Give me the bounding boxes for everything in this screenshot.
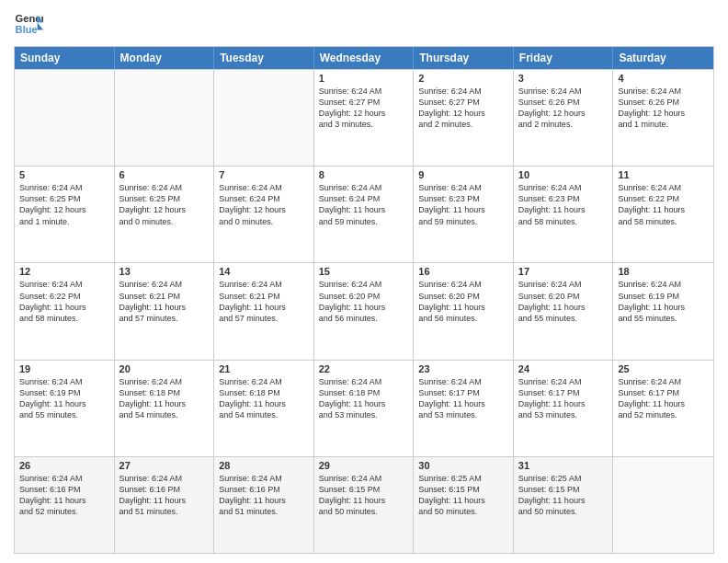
day-number: 8 (319, 169, 409, 180)
logo-icon: General Blue (14, 9, 43, 39)
cell-info: Sunrise: 6:24 AM Sunset: 6:16 PM Dayligh… (119, 473, 210, 518)
cal-cell: 17Sunrise: 6:24 AM Sunset: 6:20 PM Dayli… (514, 263, 614, 359)
cell-info: Sunrise: 6:24 AM Sunset: 6:26 PM Dayligh… (518, 86, 609, 131)
cell-info: Sunrise: 6:24 AM Sunset: 6:26 PM Dayligh… (618, 86, 709, 131)
cell-info: Sunrise: 6:24 AM Sunset: 6:18 PM Dayligh… (119, 376, 210, 421)
cal-cell: 11Sunrise: 6:24 AM Sunset: 6:22 PM Dayli… (613, 167, 713, 262)
cell-info: Sunrise: 6:24 AM Sunset: 6:21 PM Dayligh… (119, 279, 210, 324)
day-number: 1 (319, 73, 409, 84)
week-row-1: 1Sunrise: 6:24 AM Sunset: 6:27 PM Daylig… (15, 69, 713, 166)
cal-cell: 12Sunrise: 6:24 AM Sunset: 6:22 PM Dayli… (15, 263, 115, 359)
cal-cell (115, 70, 215, 166)
cal-cell (214, 70, 314, 166)
day-number: 24 (518, 363, 609, 374)
cal-cell: 9Sunrise: 6:24 AM Sunset: 6:23 PM Daylig… (414, 167, 514, 262)
cal-cell: 20Sunrise: 6:24 AM Sunset: 6:18 PM Dayli… (115, 361, 215, 456)
cell-info: Sunrise: 6:24 AM Sunset: 6:20 PM Dayligh… (418, 279, 508, 324)
cell-info: Sunrise: 6:24 AM Sunset: 6:16 PM Dayligh… (19, 473, 109, 518)
cell-info: Sunrise: 6:24 AM Sunset: 6:21 PM Dayligh… (219, 279, 309, 324)
cal-cell: 1Sunrise: 6:24 AM Sunset: 6:27 PM Daylig… (314, 70, 415, 166)
day-number: 18 (618, 266, 709, 277)
cell-info: Sunrise: 6:24 AM Sunset: 6:20 PM Dayligh… (518, 279, 609, 324)
cell-info: Sunrise: 6:24 AM Sunset: 6:27 PM Dayligh… (319, 86, 409, 131)
cal-cell: 28Sunrise: 6:24 AM Sunset: 6:16 PM Dayli… (214, 457, 314, 553)
cal-cell: 2Sunrise: 6:24 AM Sunset: 6:27 PM Daylig… (414, 70, 514, 166)
day-number: 6 (119, 169, 210, 180)
cell-info: Sunrise: 6:24 AM Sunset: 6:25 PM Dayligh… (119, 182, 210, 227)
cell-info: Sunrise: 6:25 AM Sunset: 6:15 PM Dayligh… (418, 473, 508, 518)
day-number: 2 (418, 73, 508, 84)
week-row-2: 5Sunrise: 6:24 AM Sunset: 6:25 PM Daylig… (15, 166, 713, 262)
cal-cell: 6Sunrise: 6:24 AM Sunset: 6:25 PM Daylig… (115, 167, 215, 262)
cal-cell: 10Sunrise: 6:24 AM Sunset: 6:23 PM Dayli… (514, 167, 614, 262)
day-number: 27 (119, 460, 210, 471)
cal-cell: 27Sunrise: 6:24 AM Sunset: 6:16 PM Dayli… (115, 457, 215, 553)
cell-info: Sunrise: 6:24 AM Sunset: 6:24 PM Dayligh… (219, 182, 309, 227)
cal-cell: 25Sunrise: 6:24 AM Sunset: 6:17 PM Dayli… (613, 361, 713, 456)
day-number: 30 (418, 460, 508, 471)
day-number: 3 (518, 73, 609, 84)
cell-info: Sunrise: 6:24 AM Sunset: 6:17 PM Dayligh… (518, 376, 609, 421)
cal-cell: 7Sunrise: 6:24 AM Sunset: 6:24 PM Daylig… (214, 167, 314, 262)
cal-cell: 4Sunrise: 6:24 AM Sunset: 6:26 PM Daylig… (613, 70, 713, 166)
cal-cell: 3Sunrise: 6:24 AM Sunset: 6:26 PM Daylig… (514, 70, 614, 166)
day-number: 29 (319, 460, 409, 471)
week-row-3: 12Sunrise: 6:24 AM Sunset: 6:22 PM Dayli… (15, 262, 713, 359)
cell-info: Sunrise: 6:24 AM Sunset: 6:17 PM Dayligh… (418, 376, 508, 421)
day-number: 23 (418, 363, 508, 374)
cell-info: Sunrise: 6:24 AM Sunset: 6:16 PM Dayligh… (219, 473, 309, 518)
day-number: 15 (319, 266, 409, 277)
week-row-4: 19Sunrise: 6:24 AM Sunset: 6:19 PM Dayli… (15, 360, 713, 456)
cell-info: Sunrise: 6:24 AM Sunset: 6:25 PM Dayligh… (19, 182, 109, 227)
cal-cell: 15Sunrise: 6:24 AM Sunset: 6:20 PM Dayli… (314, 263, 415, 359)
day-number: 10 (518, 169, 609, 180)
day-number: 14 (219, 266, 309, 277)
header-day-thursday: Thursday (414, 47, 514, 69)
day-number: 9 (418, 169, 508, 180)
cell-info: Sunrise: 6:24 AM Sunset: 6:24 PM Dayligh… (319, 182, 409, 227)
day-number: 31 (518, 460, 609, 471)
day-number: 25 (618, 363, 709, 374)
cell-info: Sunrise: 6:24 AM Sunset: 6:23 PM Dayligh… (418, 182, 508, 227)
cell-info: Sunrise: 6:24 AM Sunset: 6:19 PM Dayligh… (618, 279, 709, 324)
header-day-saturday: Saturday (613, 47, 713, 69)
header: General Blue (14, 9, 714, 39)
header-day-tuesday: Tuesday (214, 47, 314, 69)
calendar-header: SundayMondayTuesdayWednesdayThursdayFrid… (15, 47, 713, 69)
cal-cell: 26Sunrise: 6:24 AM Sunset: 6:16 PM Dayli… (15, 457, 115, 553)
week-row-5: 26Sunrise: 6:24 AM Sunset: 6:16 PM Dayli… (15, 456, 713, 553)
day-number: 28 (219, 460, 309, 471)
page: General Blue SundayMondayTuesdayWednesda… (0, 0, 728, 563)
day-number: 21 (219, 363, 309, 374)
cell-info: Sunrise: 6:24 AM Sunset: 6:19 PM Dayligh… (19, 376, 109, 421)
cal-cell: 13Sunrise: 6:24 AM Sunset: 6:21 PM Dayli… (115, 263, 215, 359)
cell-info: Sunrise: 6:24 AM Sunset: 6:20 PM Dayligh… (319, 279, 409, 324)
day-number: 22 (319, 363, 409, 374)
cell-info: Sunrise: 6:24 AM Sunset: 6:18 PM Dayligh… (219, 376, 309, 421)
cal-cell: 22Sunrise: 6:24 AM Sunset: 6:18 PM Dayli… (314, 361, 415, 456)
cell-info: Sunrise: 6:24 AM Sunset: 6:22 PM Dayligh… (618, 182, 709, 227)
cell-info: Sunrise: 6:24 AM Sunset: 6:22 PM Dayligh… (19, 279, 109, 324)
cal-cell: 18Sunrise: 6:24 AM Sunset: 6:19 PM Dayli… (613, 263, 713, 359)
cal-cell: 24Sunrise: 6:24 AM Sunset: 6:17 PM Dayli… (514, 361, 614, 456)
header-day-friday: Friday (514, 47, 614, 69)
day-number: 11 (618, 169, 709, 180)
cal-cell: 29Sunrise: 6:24 AM Sunset: 6:15 PM Dayli… (314, 457, 415, 553)
cal-cell (15, 70, 115, 166)
cal-cell: 5Sunrise: 6:24 AM Sunset: 6:25 PM Daylig… (15, 167, 115, 262)
cell-info: Sunrise: 6:25 AM Sunset: 6:15 PM Dayligh… (518, 473, 609, 518)
day-number: 17 (518, 266, 609, 277)
header-day-monday: Monday (115, 47, 215, 69)
cell-info: Sunrise: 6:24 AM Sunset: 6:23 PM Dayligh… (518, 182, 609, 227)
day-number: 7 (219, 169, 309, 180)
cell-info: Sunrise: 6:24 AM Sunset: 6:27 PM Dayligh… (418, 86, 508, 131)
day-number: 13 (119, 266, 210, 277)
cal-cell: 14Sunrise: 6:24 AM Sunset: 6:21 PM Dayli… (214, 263, 314, 359)
header-day-wednesday: Wednesday (314, 47, 415, 69)
cell-info: Sunrise: 6:24 AM Sunset: 6:15 PM Dayligh… (319, 473, 409, 518)
day-number: 4 (618, 73, 709, 84)
cal-cell: 31Sunrise: 6:25 AM Sunset: 6:15 PM Dayli… (514, 457, 614, 553)
day-number: 12 (19, 266, 109, 277)
day-number: 5 (19, 169, 109, 180)
day-number: 16 (418, 266, 508, 277)
